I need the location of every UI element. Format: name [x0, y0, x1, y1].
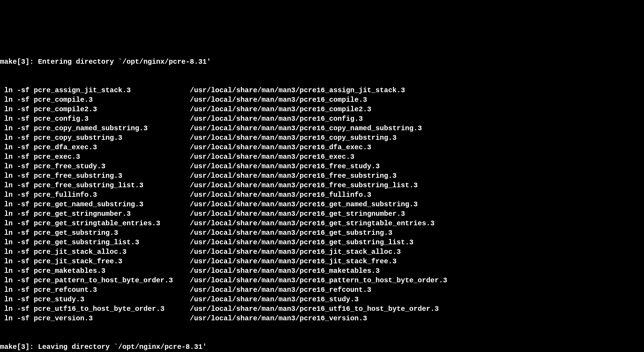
symlink-line: ln -sf pcre_copy_named_substring.3 /usr/…: [0, 124, 644, 133]
symlink-line: ln -sf pcre_free_substring_list.3 /usr/l…: [0, 181, 644, 190]
make-leave-lines: make[3]: Leaving directory `/opt/nginx/p…: [0, 342, 644, 352]
symlink-line: ln -sf pcre_version.3 /usr/local/share/m…: [0, 314, 644, 323]
symlink-line: ln -sf pcre_study.3 /usr/local/share/man…: [0, 295, 644, 304]
symlink-line: ln -sf pcre_copy_substring.3 /usr/local/…: [0, 133, 644, 143]
symlink-list: ln -sf pcre_assign_jit_stack.3 /usr/loca…: [0, 86, 644, 323]
terminal-output: make[3]: Entering directory `/opt/nginx/…: [0, 38, 644, 352]
symlink-line: ln -sf pcre_dfa_exec.3 /usr/local/share/…: [0, 143, 644, 152]
symlink-line: ln -sf pcre_jit_stack_alloc.3 /usr/local…: [0, 247, 644, 257]
symlink-line: ln -sf pcre_get_stringtable_entries.3 /u…: [0, 219, 644, 228]
symlink-line: ln -sf pcre_get_substring.3 /usr/local/s…: [0, 228, 644, 238]
symlink-line: ln -sf pcre_compile2.3 /usr/local/share/…: [0, 105, 644, 114]
symlink-line: ln -sf pcre_get_named_substring.3 /usr/l…: [0, 200, 644, 209]
symlink-line: ln -sf pcre_utf16_to_host_byte_order.3 /…: [0, 304, 644, 314]
make-leave-line: make[3]: Leaving directory `/opt/nginx/p…: [0, 342, 644, 352]
symlink-line: ln -sf pcre_assign_jit_stack.3 /usr/loca…: [0, 86, 644, 95]
make-enter-line: make[3]: Entering directory `/opt/nginx/…: [0, 57, 644, 67]
symlink-line: ln -sf pcre_refcount.3 /usr/local/share/…: [0, 285, 644, 295]
symlink-line: ln -sf pcre_free_substring.3 /usr/local/…: [0, 171, 644, 181]
symlink-line: ln -sf pcre_get_substring_list.3 /usr/lo…: [0, 238, 644, 247]
symlink-line: ln -sf pcre_exec.3 /usr/local/share/man/…: [0, 152, 644, 162]
symlink-line: ln -sf pcre_fullinfo.3 /usr/local/share/…: [0, 190, 644, 200]
symlink-line: ln -sf pcre_free_study.3 /usr/local/shar…: [0, 162, 644, 171]
symlink-line: ln -sf pcre_pattern_to_host_byte_order.3…: [0, 276, 644, 285]
symlink-line: ln -sf pcre_maketables.3 /usr/local/shar…: [0, 266, 644, 276]
symlink-line: ln -sf pcre_compile.3 /usr/local/share/m…: [0, 95, 644, 105]
symlink-line: ln -sf pcre_jit_stack_free.3 /usr/local/…: [0, 257, 644, 266]
symlink-line: ln -sf pcre_get_stringnumber.3 /usr/loca…: [0, 209, 644, 219]
symlink-line: ln -sf pcre_config.3 /usr/local/share/ma…: [0, 114, 644, 124]
